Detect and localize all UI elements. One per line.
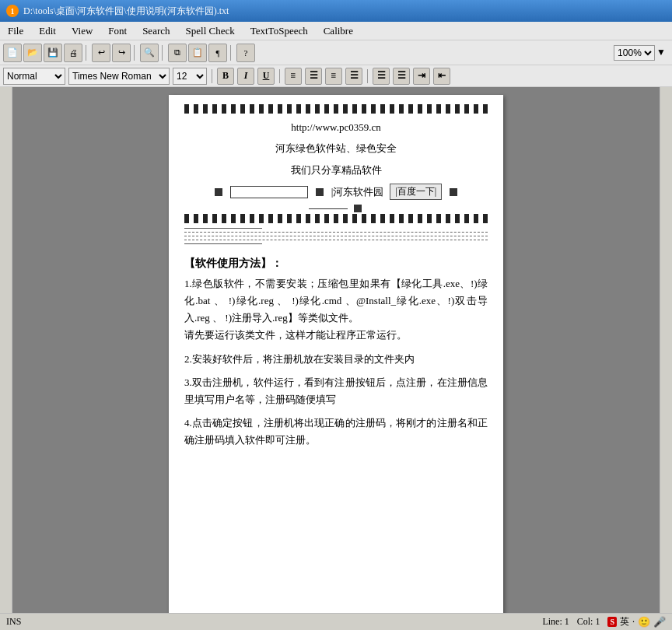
menu-view[interactable]: View	[64, 22, 100, 40]
find-button[interactable]: 🔍	[140, 44, 159, 62]
status-mode: INS	[6, 616, 527, 628]
font-select[interactable]: Times New Roman	[68, 68, 170, 85]
toolbar-sep3	[162, 45, 165, 61]
lang-icon: 英	[620, 615, 629, 628]
format-sep3	[367, 69, 368, 83]
format-sep2	[279, 69, 280, 83]
mic-icon: 🎤	[653, 616, 666, 628]
document-page: http://www.pc0359.cn 河东绿色软件站、绿色安全 我们只分享精…	[169, 95, 503, 613]
left-ruler	[0, 87, 12, 613]
align-center[interactable]: ☰	[305, 68, 322, 85]
indent-button[interactable]: ⇥	[413, 68, 430, 85]
align-right[interactable]: ≡	[325, 68, 342, 85]
save-button[interactable]: 💾	[44, 44, 62, 62]
punct-icon: ·	[632, 616, 635, 628]
dash-line3	[184, 240, 488, 240]
search-row2	[184, 205, 488, 212]
short-line2	[184, 243, 262, 244]
menu-file[interactable]: File	[0, 22, 31, 40]
menu-tts[interactable]: TextToSpeech	[243, 22, 316, 40]
doc-tagline2: 我们只分享精品软件	[184, 161, 488, 179]
doc-tagline1: 河东绿色软件站、绿色安全	[184, 139, 488, 157]
menu-font[interactable]: Font	[100, 22, 135, 40]
zoom-area: 100% 50% 75% 125% 150% 200% ▼	[614, 45, 666, 61]
dash-line2	[184, 236, 488, 236]
bold-button[interactable]: B	[217, 68, 234, 85]
menu-bar: File Edit View Font Search Spell Check T…	[0, 22, 672, 40]
menu-calibre[interactable]: Calibre	[316, 22, 361, 40]
title-text: D:\tools\桌面\河东软件园\使用说明(河东软件园).txt	[23, 5, 229, 18]
status-bar: INS Line: 1 Col: 1 S 英 · 🙂 🎤	[0, 613, 672, 630]
para4: 4.点击确定按钮，注册机将出现正确的注册码，将刚才的注册名和正确注册码填入软件即…	[184, 415, 488, 449]
zoom-arrow: ▼	[656, 47, 666, 58]
menu-edit[interactable]: Edit	[31, 22, 64, 40]
undo-button[interactable]: ↩	[92, 44, 110, 62]
black-sq4	[354, 205, 362, 212]
print-button[interactable]: 🖨	[64, 44, 82, 62]
format-bar: Normal Times New Roman 12 B I U ≡ ☰ ≡ ☰ …	[0, 65, 672, 87]
align-justify[interactable]: ☰	[345, 68, 362, 85]
sogou-icon: S	[607, 617, 617, 627]
bottom-border-pattern	[184, 214, 488, 223]
scrollbar[interactable]	[660, 87, 672, 613]
search-box-area: |河东软件园 |百度一下|	[184, 184, 488, 200]
format-sep1	[212, 69, 212, 83]
style-select[interactable]: Normal	[3, 68, 65, 85]
list-unordered[interactable]: ☰	[373, 68, 390, 85]
search-input-img	[230, 186, 308, 198]
menu-spellcheck[interactable]: Spell Check	[178, 22, 243, 40]
status-col: Col: 1	[577, 616, 600, 628]
top-border-pattern	[184, 104, 488, 114]
list-ordered[interactable]: ☰	[393, 68, 410, 85]
status-right: Line: 1 Col: 1 S 英 · 🙂 🎤	[542, 615, 666, 628]
zoom-select[interactable]: 100% 50% 75% 125% 150% 200%	[614, 45, 655, 61]
status-line: Line: 1	[542, 616, 569, 628]
status-icons: S 英 · 🙂 🎤	[607, 615, 666, 628]
size-select[interactable]: 12	[173, 68, 207, 85]
doc-url: http://www.pc0359.cn	[184, 118, 488, 136]
underline-button[interactable]: U	[257, 68, 275, 85]
paste-button[interactable]: 📋	[188, 44, 207, 62]
emoji-icon: 🙂	[638, 616, 650, 628]
para3: 3.双击注册机，软件运行，看到有注册按钮后，点注册，在注册信息里填写用户名等，注…	[184, 374, 488, 408]
baidu-btn[interactable]: |百度一下|	[390, 184, 442, 200]
black-sq1	[215, 188, 222, 196]
italic-button[interactable]: I	[237, 68, 254, 85]
help-button[interactable]: ?	[236, 44, 255, 62]
new-button[interactable]: 📄	[3, 44, 22, 62]
format-btn2[interactable]: ¶	[208, 44, 227, 62]
menu-search[interactable]: Search	[135, 22, 177, 40]
para2: 2.安装好软件后，将注册机放在安装目录的文件夹内	[184, 351, 488, 368]
black-sq2	[316, 188, 324, 196]
main-area: http://www.pc0359.cn 河东绿色软件站、绿色安全 我们只分享精…	[0, 87, 672, 613]
short-line1	[184, 228, 262, 229]
document-container[interactable]: http://www.pc0359.cn 河东绿色软件站、绿色安全 我们只分享精…	[12, 87, 660, 613]
toolbar-sep2	[134, 45, 137, 61]
search-label: |河东软件园	[331, 185, 384, 199]
toolbar-sep1	[86, 45, 89, 61]
black-sq3	[450, 188, 457, 196]
line1	[309, 208, 348, 209]
dash-line1	[184, 232, 488, 233]
para1: 1.绿色版软件，不需要安装；压缩包里如果有【绿化工具.exe、!)绿化.bat …	[184, 275, 488, 344]
align-left[interactable]: ≡	[285, 68, 302, 85]
toolbar: 📄 📂 💾 🖨 ↩ ↪ 🔍 ⧉ 📋 ¶ ? 100% 50% 75% 125% …	[0, 40, 672, 65]
title-bar: 1 D:\tools\桌面\河东软件园\使用说明(河东软件园).txt	[0, 0, 672, 22]
toolbar-sep4	[230, 45, 233, 61]
redo-button[interactable]: ↪	[112, 44, 131, 62]
app-icon: 1	[6, 5, 19, 17]
section-title: 【软件使用方法】：	[184, 257, 488, 271]
copy-button[interactable]: ⧉	[168, 44, 187, 62]
outdent-button[interactable]: ⇤	[433, 68, 450, 85]
open-button[interactable]: 📂	[23, 44, 42, 62]
